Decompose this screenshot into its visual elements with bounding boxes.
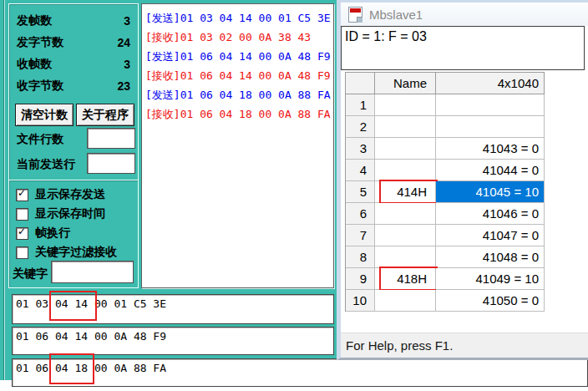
current-send-line-input[interactable]	[87, 153, 135, 174]
option-label: 关键字过滤接收	[35, 245, 117, 260]
keyword-label: 关键字	[13, 267, 48, 282]
keyword-input[interactable]	[51, 261, 134, 283]
row-number-cell: 9	[346, 268, 375, 290]
row-number-cell: 3	[346, 138, 375, 160]
option-frame-newline[interactable]: 帧换行	[16, 226, 70, 240]
option-keyword-filter[interactable]: 关键字过滤接收	[16, 246, 117, 259]
register-value-cell[interactable]: 41048 = 0	[436, 246, 545, 268]
register-name-cell[interactable]	[375, 94, 436, 116]
log-line-receive: [接收]01 03 02 00 0A 38 43	[145, 28, 333, 47]
document-icon	[348, 7, 362, 23]
stat-label: 发字节数	[17, 35, 63, 50]
register-value-cell[interactable]: 41044 = 0	[436, 160, 545, 181]
row-number-cell: 7	[346, 225, 375, 246]
checkbox-checked-icon[interactable]	[16, 227, 28, 240]
table-row: 1	[346, 94, 545, 116]
table-row: 5 414H 41045 = 10	[346, 181, 545, 203]
table-row: 6 41046 = 0	[346, 203, 545, 225]
file-lines-input[interactable]	[87, 128, 135, 149]
register-value-cell[interactable]	[436, 94, 545, 116]
log-line-receive: [接收]01 06 04 14 00 0A 48 F9	[145, 66, 333, 85]
log-line-send: [发送]01 06 04 14 00 0A 48 F9	[145, 47, 333, 66]
option-show-save-send[interactable]: 显示保存发送	[16, 188, 105, 201]
register-value-cell[interactable]: 41043 = 0	[436, 138, 545, 160]
hex-frame-box-2[interactable]: 01 06 04 14 00 0A 48 F9	[12, 327, 334, 355]
header-cell-value: 4x1040	[436, 72, 545, 94]
table-row: 8 41048 = 0	[346, 246, 545, 268]
checkbox-unchecked-icon[interactable]	[16, 246, 28, 259]
header-cell-rownum	[346, 72, 375, 94]
hex-frame-text: 01 06 04 18 00 0A 88 FA	[16, 362, 166, 374]
hex-frame-text: 01 03 04 14 00 01 C5 3E	[16, 297, 166, 310]
register-name-cell[interactable]	[375, 203, 436, 225]
register-value-cell[interactable]: 41047 = 0	[436, 225, 545, 246]
options-groupbox: 显示保存发送 显示保存时间 帧换行 关键字过滤接收 关键字	[8, 180, 139, 288]
stat-sent-bytes: 发字节数 24	[17, 34, 130, 51]
stat-value: 3	[124, 58, 130, 71]
stat-label: 收字节数	[17, 79, 63, 94]
register-name-cell[interactable]: 418H	[375, 268, 436, 290]
log-line-send: [发送]01 03 04 14 00 01 C5 3E	[145, 8, 333, 28]
stat-value: 3	[124, 14, 130, 28]
stat-label: 收帧数	[17, 57, 52, 72]
window-titlebar[interactable]: Mbslave1	[341, 3, 588, 26]
stat-received-frames: 收帧数 3	[17, 56, 130, 73]
window-title: Mbslave1	[369, 8, 423, 22]
option-label: 帧换行	[35, 226, 70, 241]
register-value-cell[interactable]: 41049 = 10	[436, 268, 545, 290]
stat-sent-frames: 发帧数 3	[17, 13, 130, 29]
current-send-line-label: 当前发送行	[17, 157, 75, 172]
table-row: 3 41043 = 0	[346, 138, 545, 160]
register-table: Name 4x1040 1 2 3 41043 = 0 4 410	[345, 72, 545, 312]
register-name-cell[interactable]	[375, 290, 436, 312]
hex-frame-box-1[interactable]: 01 03 04 14 00 01 C5 3E	[12, 294, 334, 324]
checkbox-unchecked-icon[interactable]	[16, 208, 28, 221]
row-number-cell: 8	[346, 246, 375, 268]
register-value-cell[interactable]	[436, 116, 545, 138]
register-value-cell[interactable]: 41046 = 0	[436, 203, 545, 225]
stat-received-bytes: 收字节数 23	[17, 78, 130, 94]
panel-left-divider	[3, 0, 4, 380]
register-value-cell[interactable]: 41050 = 0	[436, 290, 545, 312]
register-name: 418H	[397, 272, 427, 286]
row-number-cell: 2	[346, 116, 375, 138]
register-name-cell[interactable]	[375, 138, 436, 160]
register-value-cell-selected[interactable]: 41045 = 10	[436, 181, 545, 203]
status-bar: For Help, press F1.	[341, 333, 588, 358]
table-row: 9 418H 41049 = 10	[346, 268, 545, 290]
log-line-send: [发送]01 06 04 18 00 0A 88 FA	[145, 85, 333, 104]
register-name: 414H	[397, 185, 427, 199]
log-line-receive: [接收]01 06 04 18 00 0A 88 FA	[145, 104, 333, 124]
row-number-cell: 1	[346, 94, 375, 116]
stat-value: 24	[117, 36, 130, 49]
table-row: 7 41047 = 0	[346, 225, 545, 246]
register-name-cell[interactable]	[375, 116, 436, 138]
register-name-cell[interactable]	[375, 225, 436, 246]
checkbox-checked-icon[interactable]	[16, 189, 28, 201]
stat-value: 23	[117, 79, 130, 93]
row-number-cell: 6	[346, 203, 375, 225]
option-label: 显示保存时间	[35, 206, 105, 221]
comm-log[interactable]: [发送]01 03 04 14 00 01 C5 3E [接收]01 03 02…	[141, 3, 334, 288]
about-program-button[interactable]: 关于程序	[76, 104, 134, 126]
table-row: 10 41050 = 0	[346, 290, 545, 312]
register-name-cell[interactable]: 414H	[375, 181, 436, 203]
option-show-save-time[interactable]: 显示保存时间	[16, 207, 105, 221]
row-number-cell: 5	[346, 181, 375, 203]
mbslave-window: Mbslave1 ID = 1: F = 03 Name 4x1040 1 2 …	[337, 0, 588, 360]
register-definition-header: ID = 1: F = 03	[341, 26, 585, 70]
row-number-cell: 10	[346, 290, 375, 312]
table-row: 2	[346, 116, 545, 138]
register-name-cell[interactable]	[375, 160, 436, 181]
hex-frame-box-3[interactable]: 01 06 04 18 00 0A 88 FA	[12, 358, 588, 387]
clear-count-button[interactable]: 清空计数	[15, 104, 74, 126]
hex-frame-text: 01 06 04 14 00 0A 48 F9	[16, 330, 166, 343]
screen: 发帧数 3 发字节数 24 收帧数 3 收字节数 23 清空计数 关于程序 文件…	[0, 0, 588, 391]
stats-groupbox: 发帧数 3 发字节数 24 收帧数 3 收字节数 23 清空计数 关于程序 文件…	[8, 3, 139, 180]
register-name-cell[interactable]	[375, 246, 436, 268]
option-label: 显示保存发送	[35, 187, 105, 202]
header-cell-name: Name	[375, 72, 436, 94]
stat-label: 发帧数	[17, 13, 52, 28]
file-lines-label: 文件行数	[17, 132, 63, 147]
table-row: 4 41044 = 0	[346, 160, 545, 181]
